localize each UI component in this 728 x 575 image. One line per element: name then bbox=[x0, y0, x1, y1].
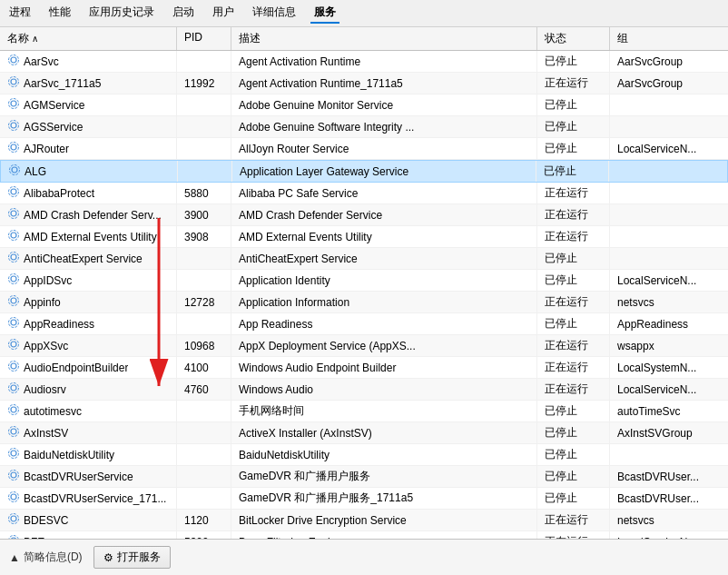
table-row[interactable]: AGSServiceAdobe Genuine Software Integri… bbox=[0, 116, 728, 138]
td-group bbox=[610, 226, 728, 247]
table-row[interactable]: AarSvc_1711a511992Agent Activation Runti… bbox=[0, 73, 728, 94]
table-row[interactable]: AarSvcAgent Activation Runtime已停止AarSvcG… bbox=[0, 51, 728, 73]
service-name: AGSService bbox=[24, 121, 83, 134]
open-services-button[interactable]: ⚙ 打开服务 bbox=[93, 546, 171, 569]
table-row[interactable]: AMD Crash Defender Serv...3900AMD Crash … bbox=[0, 204, 728, 226]
table-row[interactable]: BDESVC1120BitLocker Drive Encryption Ser… bbox=[0, 510, 728, 531]
table-row[interactable]: AxInstSVActiveX Installer (AxInstSV)已停止A… bbox=[0, 422, 728, 444]
svg-point-39 bbox=[9, 449, 19, 459]
menu-startup[interactable]: 启动 bbox=[169, 3, 198, 24]
service-icon bbox=[7, 447, 20, 462]
table-row[interactable]: AppIDSvcApplication Identity已停止LocalServ… bbox=[0, 270, 728, 292]
td-group bbox=[610, 204, 728, 225]
service-icon bbox=[7, 251, 20, 266]
td-name: autotimesvc bbox=[0, 401, 177, 421]
td-group: netsvcs bbox=[610, 510, 728, 530]
td-pid bbox=[177, 401, 231, 421]
svg-point-32 bbox=[11, 385, 16, 391]
td-group: wsappx bbox=[610, 335, 728, 356]
td-status: 已停止 bbox=[537, 94, 610, 115]
svg-point-18 bbox=[11, 233, 16, 238]
table-row[interactable]: BcastDVRUserServiceGameDVR 和广播用户服务已停止Bca… bbox=[0, 466, 728, 488]
table-row[interactable]: AGMServiceAdobe Genuine Monitor Service已… bbox=[0, 94, 728, 116]
table-row[interactable]: Audiosrv4760Windows Audio正在运行LocalServic… bbox=[0, 379, 728, 401]
table-row[interactable]: BaiduNetdiskUtilityBaiduNetdiskUtility已停… bbox=[0, 444, 728, 466]
menu-app-history[interactable]: 应用历史记录 bbox=[85, 3, 158, 24]
table-row[interactable]: BcastDVRUserService_171...GameDVR 和广播用户服… bbox=[0, 488, 728, 510]
menu-users[interactable]: 用户 bbox=[209, 3, 238, 24]
menu-process[interactable]: 进程 bbox=[5, 3, 34, 24]
td-status: 已停止 bbox=[537, 466, 610, 487]
td-group bbox=[610, 183, 728, 203]
svg-point-4 bbox=[11, 79, 16, 84]
col-header-desc[interactable]: 描述 bbox=[231, 27, 537, 50]
table-row[interactable]: AntiCheatExpert ServiceAntiCheatExpert S… bbox=[0, 248, 728, 270]
table-row[interactable]: BFE5300Base Filtering Engine正在运行LocalSer… bbox=[0, 531, 728, 539]
td-pid bbox=[177, 51, 231, 72]
svg-point-42 bbox=[11, 494, 16, 500]
td-desc: Base Filtering Engine bbox=[231, 531, 537, 539]
service-icon bbox=[7, 229, 20, 244]
service-name: autotimesvc bbox=[24, 405, 82, 418]
td-group bbox=[610, 94, 728, 115]
td-group: AarSvcGroup bbox=[610, 51, 728, 72]
table-row[interactable]: ALGApplication Layer Gateway Service已停止 bbox=[0, 160, 728, 183]
td-desc: AMD External Events Utility bbox=[231, 226, 537, 247]
svg-point-13 bbox=[10, 165, 20, 175]
td-status: 已停止 bbox=[537, 248, 610, 269]
service-icon bbox=[7, 273, 20, 288]
menu-performance[interactable]: 性能 bbox=[45, 3, 74, 24]
table-row[interactable]: AJRouterAllJoyn Router Service已停止LocalSe… bbox=[0, 138, 728, 160]
table-row[interactable]: Appinfo12728Application Information正在运行n… bbox=[0, 292, 728, 313]
svg-point-36 bbox=[11, 429, 16, 434]
td-name: BFE bbox=[0, 531, 177, 539]
td-status: 已停止 bbox=[536, 161, 609, 182]
td-name: AppIDSvc bbox=[0, 270, 177, 291]
svg-point-44 bbox=[11, 516, 16, 521]
svg-point-27 bbox=[9, 318, 19, 328]
service-name: AGMService bbox=[24, 99, 84, 112]
td-pid bbox=[178, 161, 232, 182]
service-name: Audiosrv bbox=[24, 383, 66, 396]
td-group: LocalServiceN... bbox=[610, 270, 728, 291]
service-icon bbox=[8, 164, 21, 179]
service-icon bbox=[7, 425, 20, 441]
menu-services[interactable]: 服务 bbox=[310, 3, 339, 24]
col-header-pid[interactable]: PID bbox=[177, 27, 231, 50]
svg-point-46 bbox=[11, 538, 16, 539]
table-row[interactable]: autotimesvc手机网络时间已停止autoTimeSvc bbox=[0, 401, 728, 422]
col-header-name[interactable]: 名称 bbox=[0, 27, 177, 50]
svg-point-6 bbox=[11, 101, 16, 106]
col-header-group[interactable]: 组 bbox=[610, 27, 728, 50]
col-header-status[interactable]: 状态 bbox=[537, 27, 610, 50]
td-desc: AMD Crash Defender Service bbox=[231, 204, 537, 225]
td-group: AarSvcGroup bbox=[610, 73, 728, 94]
td-name: AGSService bbox=[0, 116, 177, 137]
svg-point-10 bbox=[11, 144, 16, 150]
service-name: BaiduNetdiskUtility bbox=[24, 449, 114, 461]
footer-summary[interactable]: ▲ 简略信息(D) bbox=[9, 550, 83, 565]
footer: ▲ 简略信息(D) ⚙ 打开服务 bbox=[0, 539, 728, 575]
td-group bbox=[610, 248, 728, 269]
table-row[interactable]: AMD External Events Utility3908AMD Exter… bbox=[0, 226, 728, 248]
svg-point-31 bbox=[9, 362, 19, 372]
service-icon bbox=[7, 185, 20, 201]
table-body[interactable]: AarSvcAgent Activation Runtime已停止AarSvcG… bbox=[0, 51, 728, 539]
svg-point-11 bbox=[9, 143, 19, 153]
svg-point-20 bbox=[11, 254, 16, 260]
td-pid: 5300 bbox=[177, 531, 231, 539]
menu-details[interactable]: 详细信息 bbox=[249, 3, 300, 24]
table-row[interactable]: AlibabaProtect5880Alibaba PC Safe Servic… bbox=[0, 183, 728, 204]
td-desc: BitLocker Drive Encryption Service bbox=[231, 510, 537, 530]
td-group: LocalServiceN... bbox=[610, 138, 728, 159]
table-row[interactable]: AppReadinessApp Readiness已停止AppReadiness bbox=[0, 313, 728, 335]
service-icon bbox=[7, 469, 20, 484]
footer-summary-label[interactable]: 简略信息(D) bbox=[24, 550, 83, 565]
task-manager-window: 进程 性能 应用历史记录 启动 用户 详细信息 服务 名称 PID 描述 状态 … bbox=[0, 0, 728, 575]
td-pid bbox=[177, 116, 231, 137]
table-row[interactable]: AudioEndpointBuilder4100Windows Audio En… bbox=[0, 357, 728, 379]
table-row[interactable]: AppXSvc10968AppX Deployment Service (App… bbox=[0, 335, 728, 357]
td-desc: Windows Audio bbox=[231, 379, 537, 400]
service-icon bbox=[7, 338, 20, 353]
td-name: AlibabaProtect bbox=[0, 183, 177, 203]
